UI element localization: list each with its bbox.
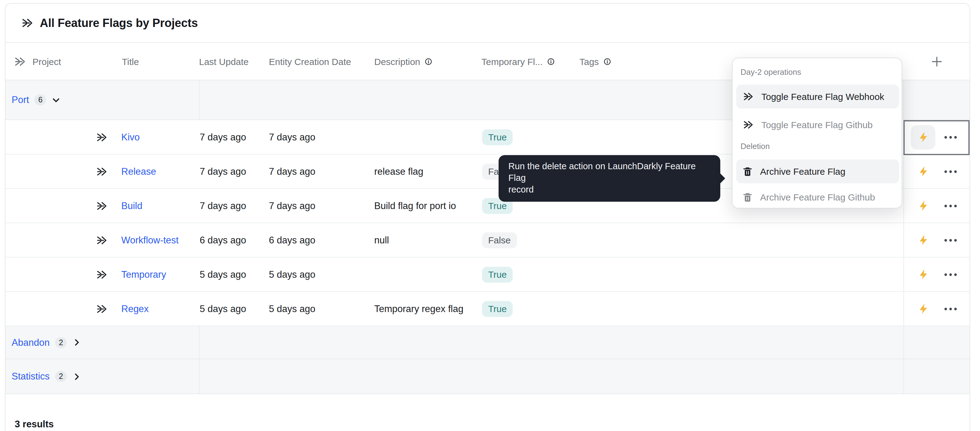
creation-date-value: 5 days ago bbox=[269, 292, 315, 326]
results-count: 3 results bbox=[15, 419, 54, 430]
creation-date-value: 7 days ago bbox=[269, 189, 315, 223]
page-title: All Feature Flags by Projects bbox=[40, 16, 198, 30]
group-row-statistics: Statistics 2 bbox=[5, 359, 970, 394]
menu-item-toggle-feature-flag-webhook[interactable]: Toggle Feature Flag Webhook bbox=[736, 85, 899, 109]
entity-arrow-icon bbox=[743, 91, 753, 102]
col-header-tags-label: Tags bbox=[579, 56, 599, 67]
col-header-description-label: Description bbox=[374, 56, 420, 67]
description-value: null bbox=[374, 223, 389, 257]
entity-link[interactable]: Build bbox=[121, 200, 142, 211]
run-action-lightning-button[interactable] bbox=[911, 125, 935, 149]
run-action-lightning-button[interactable] bbox=[911, 193, 935, 218]
action-tooltip: Run the delete action on LaunchDarkly Fe… bbox=[499, 155, 720, 202]
last-update-value: 7 days ago bbox=[200, 155, 246, 188]
creation-date-value: 5 days ago bbox=[269, 257, 315, 291]
entity-arrow-icon bbox=[743, 120, 753, 130]
description-value: Temporary regex flag bbox=[374, 292, 463, 326]
creation-date-value: 7 days ago bbox=[269, 155, 315, 188]
page: All Feature Flags by Projects Project Ti… bbox=[0, 0, 980, 431]
entity-arrow-icon[interactable] bbox=[96, 292, 107, 326]
entity-link[interactable]: Kivo bbox=[121, 131, 140, 142]
row-more-actions-button[interactable] bbox=[942, 223, 959, 257]
row-more-actions-button[interactable] bbox=[942, 257, 959, 291]
group-row-abandon: Abandon 2 bbox=[5, 326, 970, 359]
col-header-last-update[interactable]: Last Update bbox=[199, 43, 249, 80]
menu-item-toggle-feature-flag-github[interactable]: Toggle Feature Flag Github bbox=[736, 115, 899, 134]
run-action-lightning-button[interactable] bbox=[911, 159, 935, 184]
temporary-flag-badge: False bbox=[482, 232, 517, 248]
run-action-lightning-button[interactable] bbox=[911, 297, 935, 321]
table-row: Temporary 5 days ago 5 days ago True bbox=[5, 257, 970, 292]
col-header-entity-creation-date[interactable]: Entity Creation Date bbox=[269, 43, 351, 80]
row-more-actions-button[interactable] bbox=[942, 189, 959, 223]
temporary-flag-badge: True bbox=[482, 301, 513, 317]
tooltip-line1: Run the delete action on LaunchDarkly Fe… bbox=[508, 161, 696, 183]
group-count-badge: 2 bbox=[55, 337, 67, 348]
blueprint-arrow-icon bbox=[14, 43, 26, 80]
temporary-flag-badge: True bbox=[482, 129, 513, 145]
entity-link[interactable]: Workflow-test bbox=[121, 235, 178, 246]
add-column-button[interactable] bbox=[929, 53, 945, 69]
group-link-statistics[interactable]: Statistics bbox=[12, 371, 49, 382]
table-footer: 3 results bbox=[5, 394, 970, 431]
entity-link[interactable]: Regex bbox=[121, 303, 149, 314]
title-bar: All Feature Flags by Projects bbox=[5, 4, 970, 43]
chevron-right-icon[interactable] bbox=[72, 371, 82, 382]
last-update-value: 5 days ago bbox=[200, 257, 246, 291]
creation-date-value: 6 days ago bbox=[269, 223, 315, 257]
menu-item-label: Archive Feature Flag bbox=[760, 166, 845, 177]
group-count-badge: 6 bbox=[35, 94, 46, 105]
entity-arrow-icon bbox=[21, 17, 33, 29]
row-more-actions-button[interactable] bbox=[942, 292, 959, 326]
group-link-abandon[interactable]: Abandon bbox=[12, 337, 49, 348]
info-icon[interactable] bbox=[425, 57, 433, 65]
tooltip-line2: record bbox=[508, 185, 534, 194]
run-action-lightning-button[interactable] bbox=[911, 262, 935, 287]
last-update-value: 5 days ago bbox=[200, 292, 246, 326]
last-update-value: 6 days ago bbox=[200, 223, 246, 257]
column-split-line bbox=[199, 359, 200, 394]
entity-arrow-icon[interactable] bbox=[96, 120, 107, 154]
chevron-right-icon[interactable] bbox=[72, 337, 82, 348]
temporary-flag-badge: True bbox=[482, 267, 513, 283]
last-update-value: 7 days ago bbox=[200, 189, 246, 223]
col-header-project[interactable]: Project bbox=[32, 43, 61, 80]
row-more-actions-button[interactable] bbox=[942, 155, 959, 188]
info-icon[interactable] bbox=[547, 57, 555, 65]
trash-icon bbox=[743, 166, 752, 176]
menu-item-archive-feature-flag[interactable]: Archive Feature Flag bbox=[736, 160, 899, 183]
creation-date-value: 7 days ago bbox=[269, 120, 315, 154]
last-update-value: 7 days ago bbox=[200, 120, 246, 154]
col-header-temporary-flag[interactable]: Temporary Fl... bbox=[481, 43, 555, 80]
menu-item-label: Toggle Feature Flag Github bbox=[761, 120, 873, 130]
chevron-down-icon[interactable] bbox=[51, 95, 62, 105]
table-row: Workflow-test 6 days ago 6 days ago null… bbox=[5, 223, 970, 257]
menu-item-archive-feature-flag-github[interactable]: Archive Feature Flag Github bbox=[736, 188, 899, 207]
menu-section-day2: Day-2 operations bbox=[740, 67, 801, 77]
actions-column-divider bbox=[904, 80, 904, 394]
menu-section-deletion: Deletion bbox=[740, 142, 770, 151]
description-value: Build flag for port io bbox=[374, 189, 456, 223]
info-icon[interactable] bbox=[603, 57, 611, 65]
col-header-temporary-label: Temporary Fl... bbox=[481, 56, 542, 67]
entity-arrow-icon[interactable] bbox=[96, 155, 107, 188]
entity-link[interactable]: Temporary bbox=[121, 269, 166, 280]
group-count-badge: 2 bbox=[55, 371, 67, 382]
entity-arrow-icon[interactable] bbox=[96, 257, 107, 291]
table-row: Regex 5 days ago 5 days ago Temporary re… bbox=[5, 292, 970, 326]
column-split-line bbox=[199, 326, 200, 359]
column-split-line bbox=[199, 80, 200, 120]
entity-arrow-icon[interactable] bbox=[96, 223, 107, 257]
row-more-actions-button[interactable] bbox=[942, 120, 959, 154]
row-actions-menu: Day-2 operations Toggle Feature Flag Web… bbox=[732, 57, 902, 208]
trash-icon bbox=[743, 192, 752, 202]
entity-link[interactable]: Release bbox=[121, 166, 156, 177]
run-action-lightning-button[interactable] bbox=[911, 228, 935, 252]
col-header-description[interactable]: Description bbox=[374, 43, 433, 80]
entity-arrow-icon[interactable] bbox=[96, 189, 107, 223]
menu-item-label: Archive Feature Flag Github bbox=[760, 192, 875, 202]
description-value: release flag bbox=[374, 155, 423, 188]
col-header-title[interactable]: Title bbox=[122, 43, 139, 80]
col-header-tags[interactable]: Tags bbox=[579, 43, 611, 80]
group-link-port[interactable]: Port bbox=[12, 94, 29, 105]
